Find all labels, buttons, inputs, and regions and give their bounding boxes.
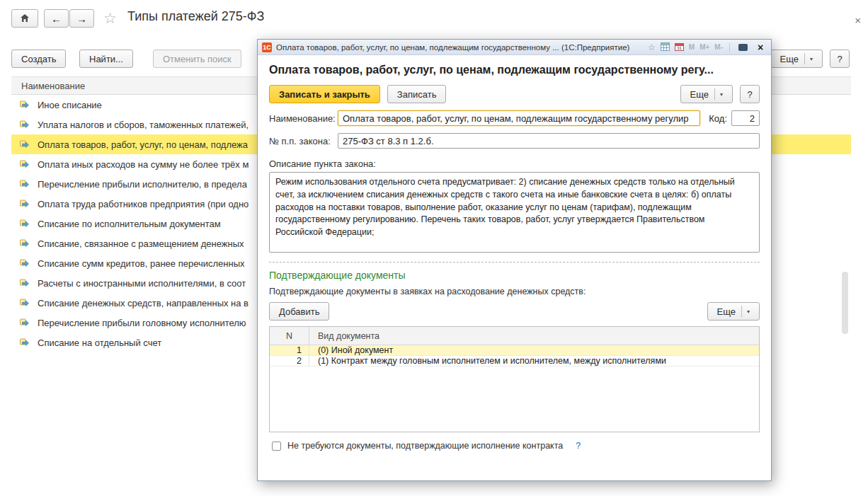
item-type-icon (20, 279, 31, 287)
law-field-label: № п.п. закона: (269, 136, 338, 146)
item-type-icon (20, 299, 31, 307)
section-divider (269, 262, 760, 263)
help-button[interactable]: ? (830, 50, 850, 68)
list-item-label: Списание по исполнительным документам (38, 219, 221, 229)
list-item-label: Перечисление прибыли головному исполните… (38, 318, 246, 328)
list-item-label: Списание денежных средств, направленных … (38, 298, 249, 308)
docs-more-label: Еще (717, 306, 736, 317)
code-field-label: Код: (709, 113, 727, 124)
doc-row-type: (0) Иной документ (309, 345, 759, 355)
dialog-heading: Оплата товаров, работ, услуг, по ценам, … (269, 64, 760, 76)
doc-col-number-header: N (270, 327, 309, 345)
doc-table-row[interactable]: 2(1) Контракт между головным исполнителе… (270, 356, 759, 367)
calendar-icon[interactable]: 31 (675, 42, 684, 52)
code-input[interactable] (731, 110, 760, 126)
list-item-label: Оплата товаров, работ, услуг, по ценам, … (38, 139, 248, 150)
maximize-icon (738, 44, 748, 51)
item-type-icon (20, 180, 31, 188)
doc-row-type: (1) Контракт между головным исполнителем… (309, 356, 759, 366)
favorites-star-icon[interactable]: ☆ (103, 10, 117, 27)
list-item-label: Иное списание (38, 100, 102, 110)
law-field-row: № п.п. закона: (269, 133, 760, 149)
no-docs-checkbox-label: Не требуются документы, подтверждающие и… (287, 441, 563, 451)
find-button[interactable]: Найти... (79, 50, 133, 68)
law-clause-input[interactable] (338, 133, 760, 149)
item-type-icon (20, 140, 31, 149)
docs-section-hint: Подтверждающие документы в заявках на ра… (269, 287, 760, 296)
item-type-icon (20, 100, 31, 109)
list-item-label: Оплата иных расходов на сумму не более т… (38, 159, 249, 170)
chevron-down-icon: ▾ (741, 306, 750, 317)
dialog-close-button[interactable]: × (754, 42, 767, 53)
home-button[interactable] (11, 9, 38, 28)
more-button[interactable]: Еще ▾ (770, 50, 823, 68)
name-field-row: Наименование: Код: (269, 110, 760, 126)
svg-text:31: 31 (677, 46, 682, 50)
doc-table-header[interactable]: N Вид документа (270, 327, 759, 345)
add-button[interactable]: Добавить (269, 302, 329, 321)
titlebar-icons: ☆ 31 M M+ M- × (648, 42, 767, 53)
docs-toolbar: Добавить Еще ▾ (269, 302, 760, 321)
memory-m-button[interactable]: M (689, 43, 695, 51)
checkbox-help-link[interactable]: ? (576, 441, 581, 451)
no-docs-checkbox-row: Не требуются документы, подтверждающие и… (269, 441, 760, 451)
item-type-icon (20, 318, 31, 327)
save-button[interactable]: Записать (387, 85, 447, 103)
chevron-down-icon: ▾ (714, 88, 723, 100)
close-icon: × (758, 42, 763, 53)
list-item-label: Списание, связанное с размещением денежн… (38, 238, 244, 249)
no-docs-checkbox[interactable] (272, 442, 281, 451)
titlebar-divider (729, 43, 730, 52)
page-title: Типы платежей 275-ФЗ (127, 9, 264, 24)
forward-button[interactable]: → (69, 9, 94, 28)
item-type-icon (20, 219, 31, 228)
dialog-body: Оплата товаров, работ, услуг, по ценам, … (258, 55, 771, 480)
item-type-icon (20, 259, 31, 267)
maximize-button[interactable] (736, 42, 749, 53)
item-type-icon (20, 200, 31, 208)
list-item-label: Списание сумм кредитов, ранее перечислен… (38, 258, 244, 269)
cancel-search-button[interactable]: Отменить поиск (153, 50, 241, 68)
list-column-header-label: Наименование (21, 81, 85, 91)
item-type-icon (20, 160, 31, 168)
back-button[interactable]: ← (44, 9, 69, 28)
list-item-label: Перечисление прибыли исполнителю, в пред… (38, 179, 247, 190)
list-item-label: Списание на отдельный счет (38, 338, 161, 348)
list-item-label: Расчеты с иностранными исполнителями, в … (38, 278, 246, 289)
item-type-icon (20, 239, 31, 248)
save-and-close-button[interactable]: Записать и закрыть (269, 85, 380, 103)
docs-section-title: Подтверждающие документы (269, 270, 760, 281)
1c-logo-icon: 1С (262, 42, 272, 52)
doc-table-row[interactable]: 1(0) Иной документ (270, 345, 759, 356)
doc-col-type-header: Вид документа (309, 327, 759, 345)
item-type-icon (20, 338, 31, 347)
payment-type-dialog: 1С Оплата товаров, работ, услуг, по цена… (257, 39, 772, 481)
description-label: Описание пункта закона: (269, 158, 760, 169)
dialog-titlebar[interactable]: 1С Оплата товаров, работ, услуг, по цена… (258, 40, 771, 55)
dialog-help-button[interactable]: ? (740, 85, 760, 103)
doc-row-number: 2 (270, 356, 309, 366)
dialog-command-bar: Записать и закрыть Записать Еще ▾ ? (269, 85, 760, 103)
chevron-down-icon: ▾ (804, 53, 813, 64)
name-input[interactable] (338, 110, 700, 126)
list-item-label: Оплата труда работников предприятия (при… (38, 199, 249, 209)
create-button[interactable]: Создать (11, 50, 66, 68)
doc-table-body: 1(0) Иной документ2(1) Контракт между го… (270, 345, 759, 367)
dialog-more-button[interactable]: Еще ▾ (680, 85, 733, 103)
docs-more-button[interactable]: Еще ▾ (707, 302, 760, 321)
dialog-more-label: Еще (690, 89, 709, 100)
memory-mminus-button[interactable]: M- (714, 43, 723, 51)
home-icon (20, 13, 30, 25)
description-textarea[interactable]: Режим использования отдельного счета пре… (269, 172, 760, 253)
dialog-titlebar-title: Оплата товаров, работ, услуг, по ценам, … (276, 43, 644, 52)
payment-types-window: ← → ☆ Типы платежей 275-ФЗ × Создать Най… (0, 0, 868, 496)
forward-arrow-icon: → (76, 13, 87, 25)
favorites-icon[interactable]: ☆ (648, 42, 656, 52)
list-item-label: Уплата налогов и сборов, таможенных плат… (38, 120, 249, 130)
memory-mplus-button[interactable]: M+ (699, 43, 709, 51)
more-button-label: Еще (780, 54, 799, 64)
item-type-icon (20, 120, 31, 129)
spreadsheet-icon[interactable] (661, 42, 670, 52)
scrollbar-thumb[interactable] (842, 272, 848, 334)
window-close-button[interactable]: × (855, 14, 861, 26)
